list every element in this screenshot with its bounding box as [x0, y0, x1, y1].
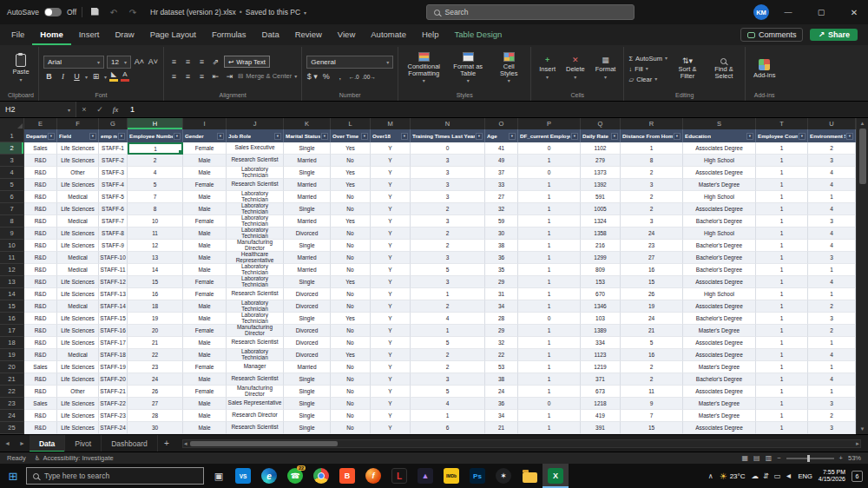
cell-Q19[interactable]: 1123: [581, 349, 621, 361]
cell-U11[interactable]: 3: [808, 252, 856, 264]
cell-H12[interactable]: 14: [128, 264, 183, 276]
zoom-in-button[interactable]: +: [839, 454, 843, 462]
bold-button[interactable]: B: [43, 71, 55, 82]
cell-Q12[interactable]: 809: [581, 264, 621, 276]
cell-J17[interactable]: Manufacturing Director: [227, 325, 284, 337]
cell-P5[interactable]: 1: [518, 179, 581, 191]
cell-J5[interactable]: Research Scientist: [227, 179, 284, 191]
cell-F23[interactable]: Life Sciences: [57, 398, 99, 410]
cell-J23[interactable]: Sales Representative: [227, 398, 284, 410]
row-number-24[interactable]: 24: [0, 410, 24, 422]
filter-icon[interactable]: ▾: [846, 133, 853, 140]
cell-O13[interactable]: 29: [485, 276, 518, 288]
cell-I6[interactable]: Male: [183, 191, 227, 203]
cell-R24[interactable]: 7: [621, 410, 683, 422]
cell-Q24[interactable]: 419: [581, 410, 621, 422]
cell-K20[interactable]: Married: [284, 361, 331, 373]
cell-Q13[interactable]: 153: [581, 276, 621, 288]
column-letter-E[interactable]: E: [24, 118, 57, 129]
cell-H20[interactable]: 23: [128, 361, 183, 373]
cell-S15[interactable]: Associates Degree: [683, 300, 756, 313]
cell-M11[interactable]: Y: [371, 252, 411, 264]
cell-O18[interactable]: 32: [485, 337, 518, 349]
cell-Q3[interactable]: 279: [581, 155, 621, 167]
cell-G11[interactable]: STAFF-10: [99, 252, 128, 264]
cell-S6[interactable]: High School: [683, 191, 756, 203]
brave-icon[interactable]: B: [334, 464, 360, 488]
cell-H25[interactable]: 30: [128, 422, 183, 434]
cell-G8[interactable]: STAFF-7: [99, 215, 128, 228]
cell-E2[interactable]: Sales: [24, 142, 57, 155]
cell-N19[interactable]: 2: [411, 349, 485, 361]
cell-E5[interactable]: R&D: [24, 179, 57, 191]
find-select-button[interactable]: Find & Select: [707, 58, 740, 79]
row-number-25[interactable]: 25: [0, 422, 24, 434]
cell-R18[interactable]: 5: [621, 337, 683, 349]
cell-L18[interactable]: No: [331, 337, 371, 349]
sheet-tab-pivot[interactable]: Pivot: [65, 435, 102, 452]
cell-E17[interactable]: R&D: [24, 325, 57, 337]
column-letter-P[interactable]: P: [518, 118, 581, 129]
cell-I25[interactable]: Male: [183, 422, 227, 434]
cell-N18[interactable]: 5: [411, 337, 485, 349]
cell-J20[interactable]: Manager: [227, 361, 284, 373]
cell-M4[interactable]: Y: [371, 167, 411, 179]
column-letter-U[interactable]: U: [808, 118, 856, 129]
cell-H6[interactable]: 7: [128, 191, 183, 203]
cell-T17[interactable]: 1: [756, 325, 808, 337]
column-header-environment-sat[interactable]: Environment Sat▾: [808, 129, 856, 142]
wrap-text-button[interactable]: ↩Wrap Text: [224, 56, 270, 68]
cell-G5[interactable]: STAFF-4: [99, 179, 128, 191]
column-letter-S[interactable]: S: [683, 118, 756, 129]
cell-P7[interactable]: 1: [518, 203, 581, 215]
cell-M16[interactable]: Y: [371, 313, 411, 325]
zoom-slider-thumb[interactable]: [807, 455, 810, 462]
align-left-button[interactable]: ≡: [168, 70, 180, 82]
filter-icon[interactable]: ▾: [321, 133, 328, 140]
cell-U17[interactable]: 2: [808, 325, 856, 337]
cell-O10[interactable]: 38: [485, 240, 518, 252]
cell-F25[interactable]: Life Sciences: [57, 422, 99, 434]
cell-S20[interactable]: Master's Degree: [683, 361, 756, 373]
column-header-distance-from-home[interactable]: Distance From Home▾: [621, 129, 683, 142]
column-header-daily-rate[interactable]: Daily Rate▾: [581, 129, 621, 142]
cell-M21[interactable]: Y: [371, 373, 411, 386]
cell-I10[interactable]: Male: [183, 240, 227, 252]
vertical-scroll-thumb[interactable]: [859, 129, 866, 184]
cell-R17[interactable]: 21: [621, 325, 683, 337]
cell-K2[interactable]: Single: [284, 142, 331, 155]
cell-G13[interactable]: STAFF-12: [99, 276, 128, 288]
cell-S23[interactable]: Master's Degree: [683, 398, 756, 410]
column-letter-M[interactable]: M: [371, 118, 411, 129]
cell-E22[interactable]: R&D: [24, 386, 57, 398]
cell-O5[interactable]: 33: [485, 179, 518, 191]
notification-center-badge[interactable]: 6: [852, 471, 863, 482]
cell-T2[interactable]: 1: [756, 142, 808, 155]
cell-N11[interactable]: 3: [411, 252, 485, 264]
decrease-decimal-button[interactable]: .00→: [362, 71, 376, 82]
cell-E21[interactable]: R&D: [24, 373, 57, 386]
cell-L6[interactable]: No: [331, 191, 371, 203]
column-letter-J[interactable]: J: [227, 118, 284, 129]
firefox-icon[interactable]: f: [360, 464, 386, 488]
cell-I22[interactable]: Female: [183, 386, 227, 398]
cell-J13[interactable]: Laboratory Technician: [227, 276, 284, 288]
cell-O14[interactable]: 31: [485, 288, 518, 300]
cell-F16[interactable]: Life Sciences: [57, 313, 99, 325]
search-box[interactable]: Search: [426, 4, 635, 20]
cell-E4[interactable]: R&D: [24, 167, 57, 179]
media-app-icon[interactable]: ▲: [412, 464, 438, 488]
cell-F21[interactable]: Life Sciences: [57, 373, 99, 386]
cell-H11[interactable]: 13: [128, 252, 183, 264]
cell-L19[interactable]: Yes: [331, 349, 371, 361]
cell-I7[interactable]: Male: [183, 203, 227, 215]
cell-I18[interactable]: Male: [183, 337, 227, 349]
zoom-out-button[interactable]: −: [777, 454, 780, 462]
cell-L2[interactable]: Yes: [331, 142, 371, 155]
cell-H2[interactable]: 1: [128, 142, 183, 155]
delete-cells-button[interactable]: ✕ Delete ▾: [562, 56, 589, 81]
vscode-icon[interactable]: VS: [230, 464, 256, 488]
cell-O3[interactable]: 49: [485, 155, 518, 167]
cell-H13[interactable]: 15: [128, 276, 183, 288]
cell-K16[interactable]: Single: [284, 313, 331, 325]
